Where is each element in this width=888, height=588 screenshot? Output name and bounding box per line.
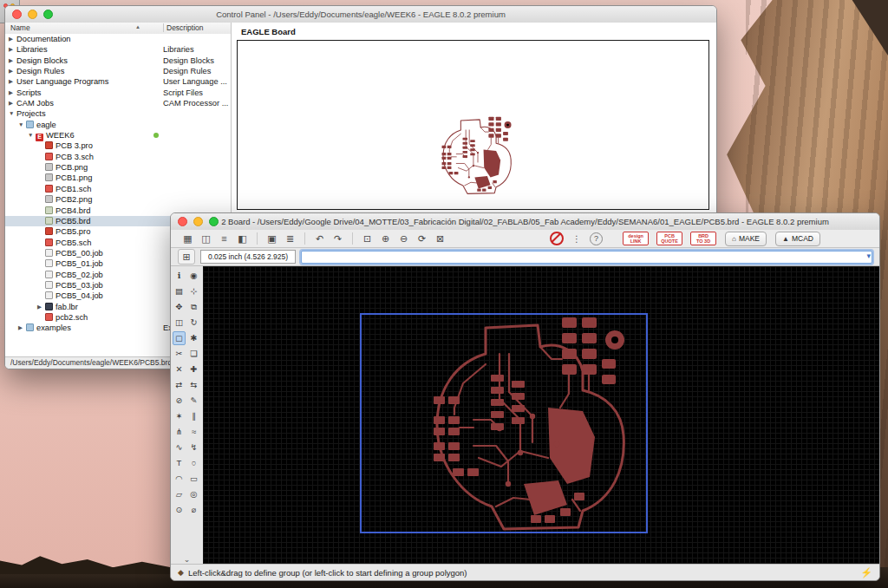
add-tool[interactable]: ✚ bbox=[187, 363, 200, 376]
web-button-1[interactable]: designLINK bbox=[623, 232, 649, 246]
expand-arrow-icon[interactable]: ▶ bbox=[9, 76, 16, 87]
zoom-button[interactable] bbox=[209, 217, 219, 226]
column-header-name[interactable]: Name bbox=[10, 23, 30, 32]
signal-tool[interactable]: ⊙ bbox=[173, 503, 186, 517]
board-editor-titlebar[interactable]: 2 Board - /Users/Eddy/Google Drive/04_MO… bbox=[171, 213, 879, 231]
grid-button[interactable]: ⊞ bbox=[178, 249, 195, 265]
zoom-fit-icon[interactable]: ⊡ bbox=[359, 232, 375, 246]
layers-icon[interactable]: ≣ bbox=[282, 232, 298, 246]
tree-item-cam-jobs[interactable]: ▶CAM JobsCAM Processor ... bbox=[5, 98, 231, 108]
close-button[interactable] bbox=[12, 10, 22, 19]
expand-arrow-icon[interactable]: ▶ bbox=[9, 98, 16, 108]
rect-tool[interactable]: ▭ bbox=[187, 472, 200, 486]
tree-item-label: PCB5.pro bbox=[56, 227, 90, 236]
column-header-description[interactable]: Description bbox=[163, 23, 204, 32]
help-icon[interactable]: ? bbox=[590, 232, 603, 245]
tree-item-projects[interactable]: ▼Projects bbox=[5, 108, 231, 119]
miter-tool[interactable]: ⋔ bbox=[173, 425, 186, 439]
expand-arrow-icon[interactable]: ▶ bbox=[9, 44, 16, 55]
optimize-tool[interactable]: ≈ bbox=[187, 425, 200, 439]
expand-arrow-icon[interactable]: ▼ bbox=[28, 130, 36, 140]
tree-item-user-language-programs[interactable]: ▶User Language ProgramsUser Language ... bbox=[5, 76, 231, 87]
zoom-button[interactable] bbox=[43, 10, 53, 19]
name-tool[interactable]: ✎ bbox=[187, 394, 200, 408]
tree-item-pcb1-sch[interactable]: PCB1.sch bbox=[5, 184, 231, 194]
minimize-button[interactable] bbox=[193, 217, 203, 226]
tree-item-pcb-3-sch[interactable]: PCB 3.sch bbox=[5, 152, 231, 162]
zoom-redraw-icon[interactable]: ⟳ bbox=[414, 232, 430, 246]
tree-item-documentation[interactable]: ▶Documentation bbox=[5, 34, 231, 44]
arc-tool[interactable]: ◠ bbox=[173, 472, 186, 486]
show-tool[interactable]: ◉ bbox=[187, 269, 200, 283]
palette-expander[interactable]: ⌄ bbox=[171, 555, 203, 564]
cam-icon[interactable]: ◧ bbox=[234, 232, 251, 246]
make-button[interactable]: ⌂ MAKE bbox=[725, 232, 767, 246]
zoom-out-icon[interactable]: ⊖ bbox=[395, 232, 412, 246]
close-button[interactable] bbox=[178, 217, 187, 226]
command-input[interactable] bbox=[301, 251, 872, 264]
more-options-icon[interactable]: ⋮ bbox=[572, 234, 581, 244]
stop-icon[interactable] bbox=[550, 232, 564, 245]
zoom-in-icon[interactable]: ⊕ bbox=[377, 232, 394, 246]
hole-tool[interactable]: ⌀ bbox=[187, 503, 200, 517]
tree-item-scripts[interactable]: ▶ScriptsScript Files bbox=[5, 88, 231, 98]
pinswap-tool[interactable]: ⇄ bbox=[173, 378, 186, 392]
mark-tool[interactable]: ⊹ bbox=[187, 284, 200, 298]
cut-tool[interactable]: ✂ bbox=[173, 347, 186, 361]
mirror-tool[interactable]: ◫ bbox=[173, 316, 186, 330]
split-tool[interactable]: ∥ bbox=[187, 409, 200, 423]
print-icon[interactable]: ≡ bbox=[216, 232, 232, 246]
expand-arrow-icon[interactable]: ▶ bbox=[9, 88, 16, 98]
expand-arrow-icon[interactable]: ▶ bbox=[9, 56, 16, 66]
expand-arrow-icon[interactable]: ▼ bbox=[18, 120, 26, 130]
route-tool[interactable]: ∿ bbox=[173, 441, 186, 454]
group-tool[interactable]: ▢ bbox=[173, 331, 186, 345]
undo-icon[interactable]: ↶ bbox=[311, 232, 328, 246]
paste-tool[interactable]: ❏ bbox=[187, 347, 200, 361]
delete-tool[interactable]: ✕ bbox=[173, 363, 186, 376]
minimize-button[interactable] bbox=[28, 10, 37, 19]
change-tool[interactable]: ✱ bbox=[187, 331, 200, 345]
tree-item-eagle[interactable]: ▼eagle bbox=[5, 120, 231, 130]
tree-item-design-rules[interactable]: ▶Design RulesDesign Rules bbox=[5, 66, 231, 76]
tree-item-pcb-png[interactable]: PCB.png bbox=[5, 162, 231, 173]
chevron-down-icon[interactable]: ▾ bbox=[866, 252, 871, 260]
expand-arrow-icon[interactable]: ▶ bbox=[9, 34, 16, 44]
tree-item-pcb1-png[interactable]: PCB1.png bbox=[5, 173, 231, 183]
tree-item-design-blocks[interactable]: ▶Design BlocksDesign Blocks bbox=[5, 56, 231, 66]
sch-file-icon bbox=[45, 313, 53, 321]
expand-arrow-icon[interactable]: ▼ bbox=[9, 108, 16, 119]
tree-item-pcb2-png[interactable]: PCB2.png bbox=[5, 194, 231, 205]
rotate-tool[interactable]: ↻ bbox=[187, 316, 200, 330]
redo-icon[interactable]: ↷ bbox=[330, 232, 346, 246]
tool-palette: ℹ◉▤⊹✥⧉◫↻▢✱✂❏✕✚⇄⇆⊘✎✶∥⋔≈∿↯T○◠▭▱◎⊙⌀ ⌄ bbox=[171, 266, 204, 565]
web-button-2[interactable]: PCBQUOTE bbox=[656, 232, 682, 246]
replace-tool[interactable]: ⇆ bbox=[187, 378, 200, 392]
expand-arrow-icon[interactable]: ▶ bbox=[18, 323, 26, 333]
web-button-3[interactable]: BRDTO 3D bbox=[690, 232, 716, 246]
info-tool[interactable]: ℹ bbox=[173, 269, 186, 283]
via-tool[interactable]: ◎ bbox=[187, 487, 200, 501]
save-icon[interactable]: ◫ bbox=[198, 232, 214, 246]
board-canvas[interactable] bbox=[203, 266, 879, 565]
circle-tool[interactable]: ○ bbox=[187, 456, 200, 470]
expand-arrow-icon[interactable]: ▶ bbox=[9, 66, 16, 76]
move-tool[interactable]: ✥ bbox=[173, 300, 186, 314]
sheet-icon[interactable]: ▣ bbox=[264, 232, 280, 246]
pro-file-icon bbox=[45, 141, 53, 149]
display-tool[interactable]: ▤ bbox=[173, 284, 186, 298]
smash-tool[interactable]: ✶ bbox=[173, 409, 186, 423]
polygon-tool[interactable]: ▱ bbox=[173, 487, 186, 501]
tree-item-libraries[interactable]: ▶LibrariesLibraries bbox=[5, 44, 231, 55]
zoom-select-icon[interactable]: ⊠ bbox=[432, 232, 448, 246]
expand-arrow-icon[interactable]: ▶ bbox=[37, 302, 45, 312]
copy-tool[interactable]: ⧉ bbox=[187, 300, 200, 314]
open-board-icon[interactable]: ▦ bbox=[180, 232, 196, 246]
tree-item-week6[interactable]: ▼EWEEK6 bbox=[5, 130, 231, 140]
text-tool[interactable]: T bbox=[173, 456, 186, 470]
ripup-tool[interactable]: ↯ bbox=[187, 441, 200, 454]
mcad-button[interactable]: ▲ MCAD bbox=[775, 232, 820, 246]
lock-tool[interactable]: ⊘ bbox=[173, 394, 186, 408]
tree-item-pcb-3-pro[interactable]: PCB 3.pro bbox=[5, 140, 231, 151]
control-panel-titlebar[interactable]: Control Panel - /Users/Eddy/Documents/ea… bbox=[5, 6, 716, 23]
